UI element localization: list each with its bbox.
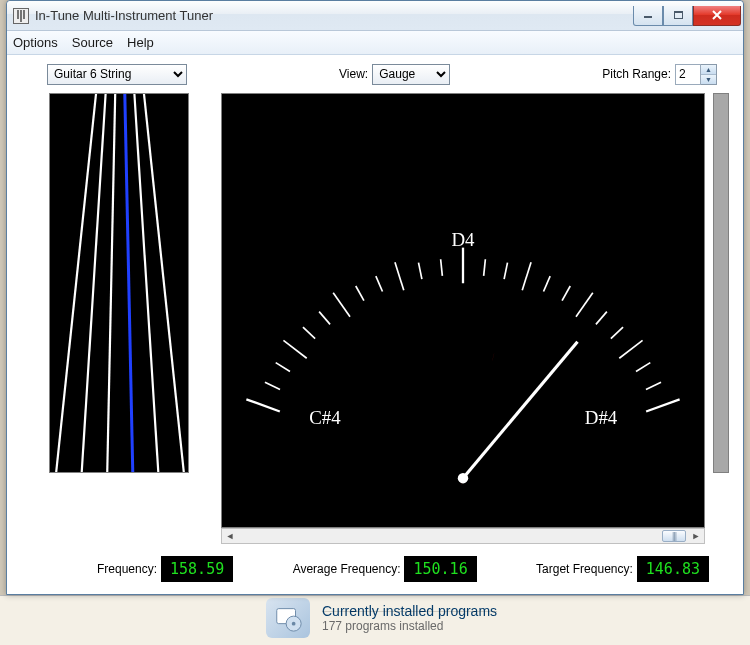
svg-line-14 (303, 327, 315, 339)
level-meter[interactable] (713, 93, 729, 473)
frequency-readouts: Frequency: 158.59 Average Frequency: 150… (7, 544, 743, 594)
app-icon (13, 8, 29, 24)
svg-line-21 (441, 259, 443, 276)
svg-line-7 (125, 94, 133, 473)
strings-visualizer[interactable] (49, 93, 189, 473)
svg-line-34 (646, 399, 679, 411)
menu-source[interactable]: Source (72, 35, 113, 50)
programs-icon (266, 598, 310, 638)
svg-line-12 (276, 363, 290, 372)
svg-line-19 (395, 262, 404, 290)
svg-line-18 (376, 276, 383, 291)
gauge-scrollbar-h[interactable]: ◄ ||| ► (221, 528, 705, 544)
avg-frequency-label: Average Frequency: (293, 562, 401, 576)
frequency-label: Frequency: (97, 562, 157, 576)
scroll-left-icon[interactable]: ◄ (222, 529, 238, 543)
gauge-note-center: D4 (451, 229, 475, 250)
target-frequency-label: Target Frequency: (536, 562, 633, 576)
svg-line-17 (356, 286, 364, 301)
pitch-range-input[interactable] (675, 64, 701, 85)
background-subtitle: 177 programs installed (322, 619, 497, 633)
svg-line-5 (82, 94, 106, 473)
svg-line-32 (636, 363, 650, 372)
scroll-right-icon[interactable]: ► (688, 529, 704, 543)
main-content: C#4 D4 D#4 ◄ ||| ► (7, 93, 743, 544)
svg-line-23 (484, 259, 486, 276)
scrollbar-thumb[interactable]: ||| (662, 530, 686, 542)
controls-row: Guitar 6 String View: Gauge Pitch Range:… (7, 55, 743, 93)
gauge-pivot-icon (458, 473, 468, 483)
spinner-up-icon[interactable]: ▲ (701, 65, 716, 75)
svg-point-2 (292, 622, 296, 626)
svg-line-10 (246, 399, 279, 411)
menu-options[interactable]: Options (13, 35, 58, 50)
svg-line-8 (134, 94, 158, 473)
spinner-down-icon[interactable]: ▼ (701, 75, 716, 84)
svg-line-13 (283, 340, 306, 358)
gauge-needle-current (461, 275, 513, 485)
svg-line-26 (544, 276, 551, 291)
close-button[interactable] (693, 6, 741, 26)
svg-line-30 (611, 327, 623, 339)
svg-line-28 (576, 293, 593, 317)
instrument-select[interactable]: Guitar 6 String (47, 64, 187, 85)
avg-frequency-value: 150.16 (404, 556, 476, 582)
svg-line-20 (419, 263, 422, 279)
pitch-range-spinner[interactable]: ▲ ▼ (675, 64, 717, 85)
window-title: In-Tune Multi-Instrument Tuner (35, 8, 633, 23)
svg-line-11 (265, 382, 280, 389)
svg-line-16 (333, 293, 350, 317)
view-label: View: (339, 67, 368, 81)
svg-line-9 (144, 94, 184, 473)
gauge-note-left: C#4 (309, 407, 341, 428)
background-control-panel-item: Currently installed programs 177 program… (266, 598, 497, 638)
background-heading: Currently installed programs (322, 603, 497, 619)
menu-help[interactable]: Help (127, 35, 154, 50)
gauge-display[interactable]: C#4 D4 D#4 (221, 93, 705, 528)
svg-line-33 (646, 382, 661, 389)
minimize-button[interactable] (633, 6, 663, 26)
menu-bar: Options Source Help (7, 31, 743, 55)
svg-line-31 (619, 340, 642, 358)
frequency-value: 158.59 (161, 556, 233, 582)
maximize-button[interactable] (663, 6, 693, 26)
svg-line-15 (319, 312, 330, 325)
svg-line-24 (504, 263, 507, 279)
gauge-note-right: D#4 (585, 407, 618, 428)
tuner-app-window: In-Tune Multi-Instrument Tuner Options S… (6, 0, 744, 595)
view-select[interactable]: Gauge (372, 64, 450, 85)
svg-line-29 (596, 312, 607, 325)
svg-line-27 (562, 286, 570, 301)
svg-line-25 (522, 262, 531, 290)
gauge-needle-target (463, 342, 578, 478)
svg-line-4 (56, 94, 96, 473)
target-frequency-value: 146.83 (637, 556, 709, 582)
svg-line-6 (107, 94, 115, 473)
pitch-range-label: Pitch Range: (602, 67, 671, 81)
title-bar[interactable]: In-Tune Multi-Instrument Tuner (7, 1, 743, 31)
